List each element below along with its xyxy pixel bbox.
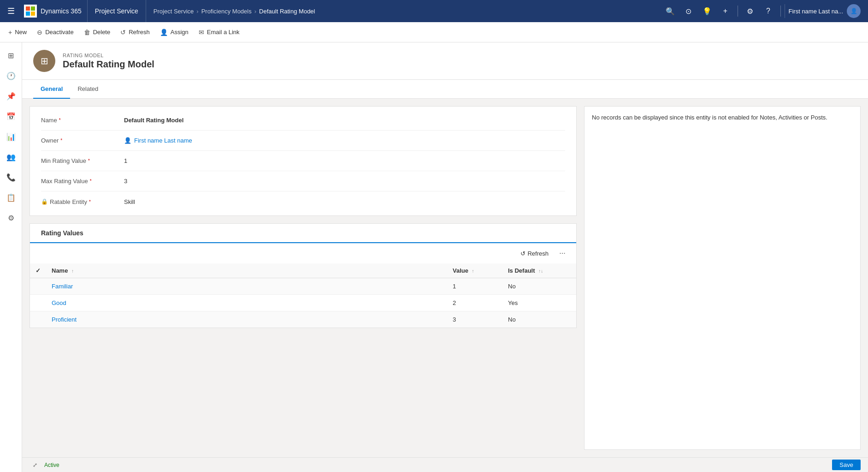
help-nav-button[interactable]: ? [760, 3, 777, 19]
row-check-3[interactable] [30, 311, 46, 328]
field-label-ratable-entity: 🔒 Ratable Entity * [41, 198, 124, 205]
assign-label: Assign [171, 29, 189, 36]
record-title: Default Rating Model [63, 59, 154, 70]
field-value-min-rating[interactable]: 1 [124, 157, 565, 164]
row-value-3: 3 [447, 311, 502, 328]
field-row-min-rating: Min Rating Value * 1 [41, 151, 565, 171]
tab-general[interactable]: General [33, 80, 70, 99]
sidebar-icon-settings2[interactable]: ⚙ [2, 209, 20, 227]
email-link-button[interactable]: ✉ Email a Link [194, 24, 244, 41]
deactivate-label: Deactivate [45, 29, 73, 36]
check-all-icon: ✓ [35, 267, 41, 274]
table-header-value[interactable]: Value ↑ [447, 263, 502, 278]
isdefault-sort-icon: ↑↓ [538, 269, 543, 274]
row-name-3[interactable]: Proficient [46, 311, 447, 328]
sidebar-icon-reports[interactable]: 📊 [2, 127, 20, 146]
form-card: Name * Default Rating Model Owner * [30, 106, 577, 216]
brand-logo [24, 5, 37, 18]
row-name-1[interactable]: Familiar [46, 278, 447, 295]
status-badge: Active [44, 462, 59, 468]
name-sort-icon: ↑ [71, 269, 74, 274]
new-button[interactable]: + New [4, 24, 31, 41]
expand-button[interactable]: ⤢ [30, 460, 41, 471]
refresh-button[interactable]: ↺ Refresh [116, 24, 154, 41]
row-value-2: 2 [447, 295, 502, 311]
tab-related[interactable]: Related [70, 80, 106, 99]
lightbulb-nav-button[interactable]: 💡 [699, 3, 715, 19]
table-row[interactable]: Good 2 Yes [30, 295, 576, 311]
field-label-min-rating: Min Rating Value * [41, 157, 124, 164]
command-bar: + New ⊖ Deactivate 🗑 Delete ↺ Refresh 👤 … [0, 22, 868, 42]
delete-label: Delete [93, 29, 111, 36]
side-panel: No records can be displayed since this e… [584, 106, 861, 450]
search-nav-button[interactable]: 🔍 [662, 3, 679, 19]
breadcrumb-root[interactable]: Project Service [154, 8, 194, 15]
sidebar-icon-home[interactable]: ⊞ [2, 46, 20, 65]
nav-divider [738, 6, 738, 17]
deactivate-button[interactable]: ⊖ Deactivate [32, 24, 78, 41]
table-header-check[interactable]: ✓ [30, 263, 46, 278]
save-button[interactable]: Save [832, 460, 861, 470]
rating-values-more-button[interactable]: ··· [556, 247, 569, 260]
delete-button[interactable]: 🗑 Delete [79, 24, 115, 41]
assign-button[interactable]: 👤 Assign [155, 24, 193, 41]
record-icon: ⊞ [33, 50, 55, 72]
assign-icon: 👤 [160, 29, 168, 36]
sidebar-icon-recent[interactable]: 🕐 [2, 66, 20, 85]
new-label: New [15, 29, 27, 36]
sidebar-icon-contacts[interactable]: 👥 [2, 148, 20, 166]
table-header-isdefault[interactable]: Is Default ↑↓ [502, 263, 576, 278]
refresh-label: Refresh [129, 29, 150, 36]
side-panel-message: No records can be displayed since this e… [592, 114, 853, 121]
top-nav-actions: 🔍 ⊙ 💡 + ⚙ ? First name Last na... 👤 [662, 3, 865, 19]
table-header-name[interactable]: Name ↑ [46, 263, 447, 278]
user-area[interactable]: First name Last na... 👤 [785, 4, 865, 18]
rv-refresh-label: Refresh [527, 250, 549, 257]
app-layout: ⊞ 🕐 📌 📅 📊 👥 📞 📋 ⚙ ⊞ RATING MODEL Default… [0, 42, 868, 472]
row-isdefault-2: Yes [502, 295, 576, 311]
email-link-label: Email a Link [207, 29, 240, 36]
field-label-max-rating: Max Rating Value * [41, 178, 124, 185]
field-value-max-rating[interactable]: 3 [124, 178, 565, 185]
status-bar: ⤢ Active Save [22, 457, 868, 472]
hamburger-button[interactable]: ☰ [4, 0, 18, 22]
table-header-row: ✓ Name ↑ Value ↑ [30, 263, 576, 278]
breadcrumb-sep1: › [196, 8, 198, 15]
settings-nav-button[interactable]: ⚙ [742, 3, 758, 19]
breadcrumb-level1[interactable]: Proficiency Models [201, 8, 252, 15]
sidebar-icon-phone[interactable]: 📞 [2, 168, 20, 186]
lock-icon: 🔒 [41, 198, 48, 205]
form-area: Name * Default Rating Model Owner * [30, 106, 577, 450]
plus-nav-button[interactable]: + [717, 3, 734, 19]
owner-person-icon: 👤 [124, 137, 131, 144]
brand-area: Dynamics 365 [18, 0, 88, 22]
deactivate-icon: ⊖ [37, 29, 42, 36]
rating-values-refresh-button[interactable]: ↺ Refresh [517, 248, 552, 259]
form-panel-layout: Name * Default Rating Model Owner * [22, 99, 868, 457]
compass-nav-button[interactable]: ⊙ [680, 3, 697, 19]
table-row[interactable]: Proficient 3 No [30, 311, 576, 328]
field-label-name: Name * [41, 117, 124, 124]
field-value-owner[interactable]: 👤 First name Last name [124, 137, 565, 144]
field-row-owner: Owner * 👤 First name Last name [41, 131, 565, 151]
field-value-ratable-entity: Skill [124, 198, 565, 205]
refresh-icon: ↺ [120, 29, 126, 36]
record-title-area: RATING MODEL Default Rating Model [63, 53, 154, 70]
user-avatar: 👤 [847, 4, 861, 18]
field-value-name[interactable]: Default Rating Model [124, 117, 565, 124]
sidebar-icon-docs[interactable]: 📋 [2, 188, 20, 207]
brand-name: Dynamics 365 [41, 7, 82, 15]
svg-rect-2 [26, 12, 30, 16]
field-row-name: Name * Default Rating Model [41, 110, 565, 131]
row-check-2[interactable] [30, 295, 46, 311]
sidebar-icon-calendar[interactable]: 📅 [2, 107, 20, 125]
app-name[interactable]: Project Service [88, 0, 146, 22]
email-link-icon: ✉ [199, 29, 204, 36]
row-name-2[interactable]: Good [46, 295, 447, 311]
user-name: First name Last na... [789, 8, 844, 15]
tab-nav: General Related [22, 80, 868, 99]
row-check-1[interactable] [30, 278, 46, 295]
required-indicator-max: * [90, 179, 92, 184]
table-row[interactable]: Familiar 1 No [30, 278, 576, 295]
sidebar-icon-pinned[interactable]: 📌 [2, 87, 20, 105]
